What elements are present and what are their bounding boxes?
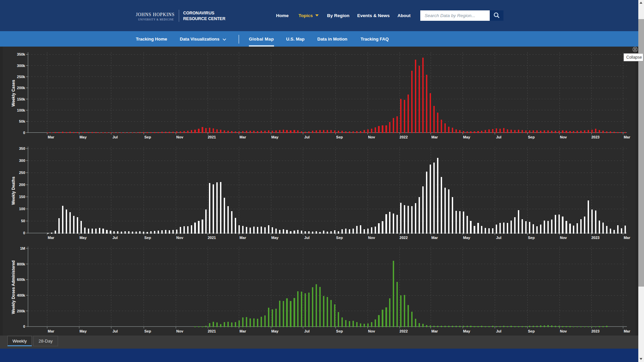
svg-text:Weekly Doses Administered: Weekly Doses Administered	[11, 260, 16, 314]
svg-text:100: 100	[19, 207, 25, 211]
svg-text:250k: 250k	[17, 75, 25, 79]
svg-text:Mar: Mar	[239, 135, 246, 139]
svg-text:2023: 2023	[591, 135, 599, 139]
svg-text:250: 250	[19, 171, 25, 175]
svg-text:Jul: Jul	[496, 329, 501, 333]
svg-text:600k: 600k	[17, 278, 25, 282]
svg-text:2023: 2023	[591, 236, 599, 240]
svg-text:Jul: Jul	[112, 329, 118, 333]
svg-text:Mar: Mar	[431, 236, 438, 240]
svg-text:May: May	[79, 135, 87, 139]
svg-text:2022: 2022	[399, 135, 408, 139]
svg-text:May: May	[271, 329, 279, 333]
svg-text:150k: 150k	[17, 97, 25, 101]
svg-text:Sep: Sep	[528, 236, 535, 240]
svg-text:50: 50	[21, 219, 25, 223]
svg-text:100k: 100k	[17, 108, 25, 112]
svg-text:Nov: Nov	[368, 329, 375, 333]
svg-text:Nov: Nov	[176, 329, 184, 333]
svg-text:Mar: Mar	[48, 329, 54, 333]
svg-text:Mar: Mar	[239, 236, 246, 240]
svg-text:Mar: Mar	[624, 329, 630, 333]
svg-text:Weekly Deaths: Weekly Deaths	[11, 176, 16, 205]
svg-text:800k: 800k	[17, 262, 25, 266]
svg-text:Jul: Jul	[304, 329, 310, 333]
svg-text:May: May	[79, 329, 87, 333]
svg-text:350k: 350k	[17, 52, 25, 56]
svg-text:May: May	[463, 236, 471, 240]
svg-text:50k: 50k	[19, 119, 25, 123]
svg-text:Mar: Mar	[48, 135, 54, 139]
svg-text:400k: 400k	[17, 293, 25, 297]
svg-text:Nov: Nov	[560, 329, 567, 333]
svg-text:200k: 200k	[17, 86, 25, 90]
svg-text:Sep: Sep	[336, 329, 343, 333]
svg-text:Mar: Mar	[624, 135, 630, 139]
svg-text:2022: 2022	[399, 236, 408, 240]
svg-text:2021: 2021	[208, 329, 216, 333]
svg-text:Jul: Jul	[304, 135, 310, 139]
svg-text:Jul: Jul	[112, 135, 118, 139]
svg-text:Sep: Sep	[336, 236, 343, 240]
svg-text:0: 0	[23, 324, 25, 328]
svg-text:300k: 300k	[17, 64, 25, 68]
svg-text:150: 150	[19, 195, 25, 199]
svg-text:0: 0	[23, 231, 25, 235]
svg-text:Nov: Nov	[560, 135, 567, 139]
svg-text:May: May	[79, 236, 87, 240]
svg-text:0: 0	[23, 131, 25, 135]
svg-text:May: May	[463, 329, 471, 333]
svg-text:Mar: Mar	[431, 135, 438, 139]
svg-text:Jul: Jul	[112, 236, 118, 240]
svg-text:Sep: Sep	[528, 329, 535, 333]
svg-text:Sep: Sep	[528, 135, 535, 139]
svg-text:300: 300	[19, 159, 25, 163]
svg-text:2023: 2023	[591, 329, 599, 333]
svg-text:2022: 2022	[399, 329, 408, 333]
svg-text:May: May	[463, 135, 471, 139]
svg-text:Mar: Mar	[239, 329, 246, 333]
svg-text:Jul: Jul	[496, 236, 501, 240]
svg-text:Weekly Cases: Weekly Cases	[11, 80, 16, 107]
svg-text:Sep: Sep	[144, 236, 151, 240]
svg-text:2021: 2021	[208, 135, 216, 139]
svg-text:May: May	[271, 236, 279, 240]
svg-text:Nov: Nov	[176, 135, 184, 139]
svg-text:Nov: Nov	[368, 135, 375, 139]
svg-text:Nov: Nov	[560, 236, 567, 240]
svg-text:Nov: Nov	[176, 236, 184, 240]
svg-text:1M: 1M	[20, 246, 25, 250]
svg-text:Jul: Jul	[496, 135, 501, 139]
svg-text:Sep: Sep	[336, 135, 343, 139]
svg-text:Sep: Sep	[144, 135, 151, 139]
svg-text:Nov: Nov	[368, 236, 375, 240]
svg-text:May: May	[271, 135, 279, 139]
svg-text:350: 350	[19, 146, 25, 150]
svg-text:Sep: Sep	[144, 329, 151, 333]
svg-text:Mar: Mar	[431, 329, 438, 333]
svg-text:2021: 2021	[208, 236, 216, 240]
svg-text:Jul: Jul	[304, 236, 310, 240]
svg-text:200: 200	[19, 183, 25, 187]
svg-text:200k: 200k	[17, 309, 25, 313]
svg-text:Mar: Mar	[48, 236, 54, 240]
svg-text:Mar: Mar	[624, 236, 630, 240]
